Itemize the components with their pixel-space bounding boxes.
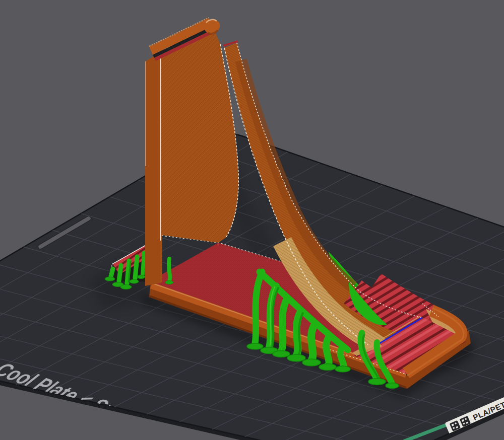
scene-canvas: Cool Plate < SuperTack > <box>0 0 504 440</box>
wall-thin-face <box>145 52 160 286</box>
3d-viewport[interactable]: Cool Plate < SuperTack > <box>0 0 504 440</box>
